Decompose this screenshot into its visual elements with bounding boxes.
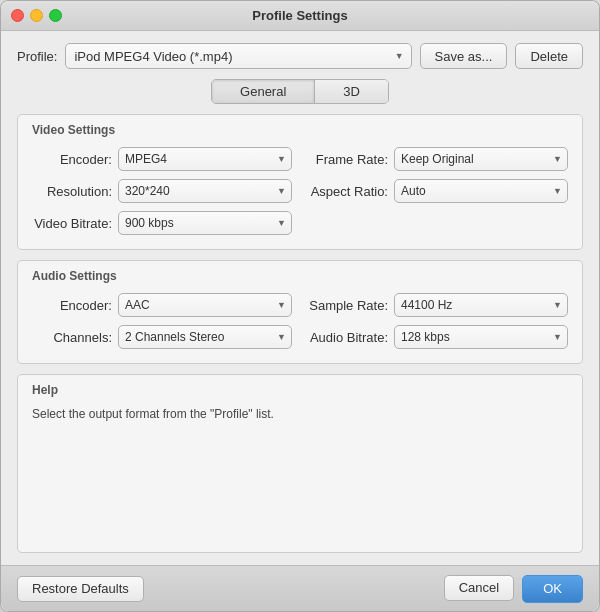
maximize-button[interactable]	[49, 9, 62, 22]
aspect-ratio-label: Aspect Ratio:	[308, 184, 388, 199]
audio-settings-grid: Encoder: AAC MP3 AC3 PCM Sample Rate:	[32, 293, 568, 349]
tabs-row: General 3D	[17, 79, 583, 104]
close-button[interactable]	[11, 9, 24, 22]
channels-select[interactable]: 2 Channels Stereo 1 Channel Mono 5.1 Cha…	[118, 325, 292, 349]
help-section: Help Select the output format from the "…	[17, 374, 583, 553]
tab-3d[interactable]: 3D	[315, 80, 388, 103]
video-bitrate-select[interactable]: 900 kbps 1200 kbps 1500 kbps 2000 kbps	[118, 211, 292, 235]
encoder-label: Encoder:	[32, 152, 112, 167]
video-bitrate-row: Video Bitrate: 900 kbps 1200 kbps 1500 k…	[32, 211, 292, 235]
channels-row: Channels: 2 Channels Stereo 1 Channel Mo…	[32, 325, 292, 349]
encoder-row: Encoder: MPEG4 H.264 H.265 MPEG2	[32, 147, 292, 171]
video-settings-title: Video Settings	[32, 123, 568, 137]
aspect-ratio-row: Aspect Ratio: Auto 4:3 16:9 16:10	[308, 179, 568, 203]
footer: Restore Defaults Cancel OK	[1, 565, 599, 611]
audio-bitrate-select-wrapper: 128 kbps 64 kbps 192 kbps 256 kbps 320 k…	[394, 325, 568, 349]
audio-bitrate-row: Audio Bitrate: 128 kbps 64 kbps 192 kbps…	[308, 325, 568, 349]
ok-button[interactable]: OK	[522, 575, 583, 603]
frame-rate-label: Frame Rate:	[308, 152, 388, 167]
window-title: Profile Settings	[252, 8, 347, 23]
audio-settings-section: Audio Settings Encoder: AAC MP3 AC3 PCM	[17, 260, 583, 364]
profile-select-wrapper: iPod MPEG4 Video (*.mp4) iPhone MPEG4 Vi…	[65, 43, 411, 69]
help-title: Help	[32, 383, 568, 397]
frame-rate-row: Frame Rate: Keep Original 23.97 24 25 29…	[308, 147, 568, 171]
minimize-button[interactable]	[30, 9, 43, 22]
resolution-row: Resolution: 320*240 640*480 1280*720 192…	[32, 179, 292, 203]
sample-rate-select[interactable]: 44100 Hz 22050 Hz 48000 Hz	[394, 293, 568, 317]
profile-row: Profile: iPod MPEG4 Video (*.mp4) iPhone…	[17, 43, 583, 69]
channels-label: Channels:	[32, 330, 112, 345]
restore-defaults-button[interactable]: Restore Defaults	[17, 576, 144, 602]
delete-button[interactable]: Delete	[515, 43, 583, 69]
audio-settings-title: Audio Settings	[32, 269, 568, 283]
help-text: Select the output format from the "Profi…	[32, 407, 568, 421]
profile-select[interactable]: iPod MPEG4 Video (*.mp4) iPhone MPEG4 Vi…	[65, 43, 411, 69]
profile-settings-window: Profile Settings Profile: iPod MPEG4 Vid…	[0, 0, 600, 612]
tab-general[interactable]: General	[212, 80, 315, 103]
audio-bitrate-label: Audio Bitrate:	[308, 330, 388, 345]
resolution-label: Resolution:	[32, 184, 112, 199]
video-settings-section: Video Settings Encoder: MPEG4 H.264 H.26…	[17, 114, 583, 250]
encoder-select[interactable]: MPEG4 H.264 H.265 MPEG2	[118, 147, 292, 171]
audio-bitrate-select[interactable]: 128 kbps 64 kbps 192 kbps 256 kbps 320 k…	[394, 325, 568, 349]
save-as-button[interactable]: Save as...	[420, 43, 508, 69]
audio-encoder-select-wrapper: AAC MP3 AC3 PCM	[118, 293, 292, 317]
frame-rate-select-wrapper: Keep Original 23.97 24 25 29.97 30 60	[394, 147, 568, 171]
video-bitrate-label: Video Bitrate:	[32, 216, 112, 231]
sample-rate-row: Sample Rate: 44100 Hz 22050 Hz 48000 Hz	[308, 293, 568, 317]
sample-rate-select-wrapper: 44100 Hz 22050 Hz 48000 Hz	[394, 293, 568, 317]
footer-right: Cancel OK	[444, 575, 583, 603]
profile-label: Profile:	[17, 49, 57, 64]
tab-group: General 3D	[211, 79, 389, 104]
resolution-select[interactable]: 320*240 640*480 1280*720 1920*1080	[118, 179, 292, 203]
aspect-ratio-select-wrapper: Auto 4:3 16:9 16:10	[394, 179, 568, 203]
encoder-select-wrapper: MPEG4 H.264 H.265 MPEG2	[118, 147, 292, 171]
traffic-lights	[11, 9, 62, 22]
channels-select-wrapper: 2 Channels Stereo 1 Channel Mono 5.1 Cha…	[118, 325, 292, 349]
resolution-select-wrapper: 320*240 640*480 1280*720 1920*1080	[118, 179, 292, 203]
sample-rate-label: Sample Rate:	[308, 298, 388, 313]
audio-encoder-label: Encoder:	[32, 298, 112, 313]
video-settings-grid: Encoder: MPEG4 H.264 H.265 MPEG2 Frame R…	[32, 147, 568, 235]
titlebar: Profile Settings	[1, 1, 599, 31]
audio-encoder-select[interactable]: AAC MP3 AC3 PCM	[118, 293, 292, 317]
video-bitrate-select-wrapper: 900 kbps 1200 kbps 1500 kbps 2000 kbps	[118, 211, 292, 235]
aspect-ratio-select[interactable]: Auto 4:3 16:9 16:10	[394, 179, 568, 203]
audio-encoder-row: Encoder: AAC MP3 AC3 PCM	[32, 293, 292, 317]
main-content: Profile: iPod MPEG4 Video (*.mp4) iPhone…	[1, 31, 599, 565]
frame-rate-select[interactable]: Keep Original 23.97 24 25 29.97 30 60	[394, 147, 568, 171]
cancel-button[interactable]: Cancel	[444, 575, 514, 601]
